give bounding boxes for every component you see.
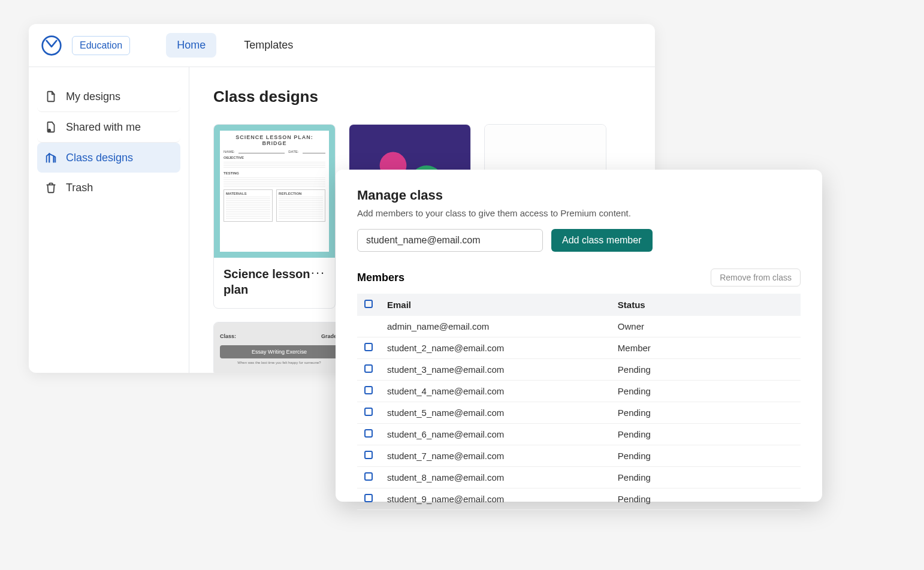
member-checkbox[interactable] bbox=[364, 451, 373, 459]
sidebar: My designs Shared with me Class designs … bbox=[29, 67, 189, 373]
member-status: Owner bbox=[611, 316, 801, 337]
member-email: student_2_name@email.com bbox=[380, 337, 611, 359]
design-card[interactable]: Class: Grade: Essay Writing Exercise Whe… bbox=[213, 322, 345, 373]
member-row: admin_name@email.comOwner bbox=[357, 316, 801, 337]
member-row: student_3_name@email.comPending bbox=[357, 359, 801, 381]
member-email: student_9_name@email.com bbox=[380, 488, 611, 510]
education-badge[interactable]: Education bbox=[72, 36, 130, 55]
sidebar-item-my-designs[interactable]: My designs bbox=[37, 82, 180, 112]
card-thumbnail: Class: Grade: Essay Writing Exercise Whe… bbox=[214, 322, 345, 373]
file-icon bbox=[44, 90, 58, 103]
sidebar-item-trash[interactable]: Trash bbox=[37, 173, 180, 203]
add-member-row: Add class member bbox=[357, 229, 801, 252]
member-status: Pending bbox=[611, 381, 801, 402]
svg-point-1 bbox=[48, 129, 52, 132]
trash-icon bbox=[44, 181, 58, 194]
member-status: Pending bbox=[611, 488, 801, 510]
sidebar-item-class-designs[interactable]: Class designs bbox=[37, 143, 180, 173]
card-title: Science lesson plan bbox=[224, 266, 311, 297]
page-title: Class designs bbox=[213, 88, 631, 106]
member-status: Pending bbox=[611, 359, 801, 381]
member-status: Pending bbox=[611, 445, 801, 467]
member-email-input[interactable] bbox=[357, 229, 543, 252]
thumb-bar: Essay Writing Exercise bbox=[220, 345, 339, 358]
member-row: student_8_name@email.comPending bbox=[357, 467, 801, 488]
member-row: student_9_name@email.comPending bbox=[357, 488, 801, 510]
select-all-checkbox[interactable] bbox=[364, 300, 373, 308]
column-status: Status bbox=[611, 294, 801, 316]
topbar: Education Home Templates bbox=[29, 24, 655, 67]
member-status: Pending bbox=[611, 402, 801, 424]
member-checkbox[interactable] bbox=[364, 386, 373, 394]
shared-icon bbox=[44, 120, 58, 134]
member-row: student_7_name@email.comPending bbox=[357, 445, 801, 467]
member-email: student_6_name@email.com bbox=[380, 424, 611, 445]
sidebar-item-label: Trash bbox=[66, 182, 93, 194]
manage-class-modal: Manage class Add members to your class t… bbox=[336, 170, 822, 502]
thumb-label: Class: bbox=[220, 333, 236, 339]
member-email: student_4_name@email.com bbox=[380, 381, 611, 402]
member-status: Pending bbox=[611, 467, 801, 488]
remove-from-class-button[interactable]: Remove from class bbox=[711, 269, 801, 286]
members-heading: Members bbox=[357, 272, 404, 284]
members-table: Email Status admin_name@email.comOwnerst… bbox=[357, 294, 801, 510]
member-email: student_8_name@email.com bbox=[380, 467, 611, 488]
sidebar-item-label: Class designs bbox=[66, 152, 133, 164]
class-icon bbox=[44, 151, 58, 164]
top-nav: Home Templates bbox=[166, 33, 304, 58]
member-row: student_2_name@email.comMember bbox=[357, 337, 801, 359]
thumb-sub: When was the last time you felt happy fo… bbox=[220, 361, 339, 364]
member-checkbox[interactable] bbox=[364, 494, 373, 502]
member-email: admin_name@email.com bbox=[380, 316, 611, 337]
sidebar-item-label: Shared with me bbox=[66, 121, 141, 134]
member-email: student_3_name@email.com bbox=[380, 359, 611, 381]
column-email: Email bbox=[380, 294, 611, 316]
member-row: student_4_name@email.comPending bbox=[357, 381, 801, 402]
member-email: student_5_name@email.com bbox=[380, 402, 611, 424]
nav-home[interactable]: Home bbox=[166, 33, 216, 58]
sidebar-item-shared[interactable]: Shared with me bbox=[37, 112, 180, 143]
members-header-row: Members Remove from class bbox=[357, 269, 801, 286]
sidebar-item-label: My designs bbox=[66, 91, 120, 103]
member-checkbox[interactable] bbox=[364, 408, 373, 416]
logo-icon bbox=[41, 35, 62, 56]
member-checkbox[interactable] bbox=[364, 429, 373, 438]
modal-subtitle: Add members to your class to give them a… bbox=[357, 208, 801, 218]
member-row: student_5_name@email.comPending bbox=[357, 402, 801, 424]
add-class-member-button[interactable]: Add class member bbox=[551, 229, 653, 252]
member-status: Member bbox=[611, 337, 801, 359]
member-checkbox[interactable] bbox=[364, 472, 373, 481]
member-email: student_7_name@email.com bbox=[380, 445, 611, 467]
member-checkbox[interactable] bbox=[364, 343, 373, 351]
design-card[interactable]: SCIENCE LESSON PLAN: BRIDGE NAME:DATE: O… bbox=[213, 124, 336, 309]
member-row: student_6_name@email.comPending bbox=[357, 424, 801, 445]
thumb-heading: SCIENCE LESSON PLAN: BRIDGE bbox=[224, 134, 325, 146]
card-thumbnail: SCIENCE LESSON PLAN: BRIDGE NAME:DATE: O… bbox=[214, 125, 335, 258]
nav-templates[interactable]: Templates bbox=[233, 33, 304, 58]
member-checkbox[interactable] bbox=[364, 364, 373, 373]
card-menu-icon[interactable]: ··· bbox=[311, 266, 325, 279]
member-status: Pending bbox=[611, 424, 801, 445]
modal-title: Manage class bbox=[357, 188, 801, 203]
